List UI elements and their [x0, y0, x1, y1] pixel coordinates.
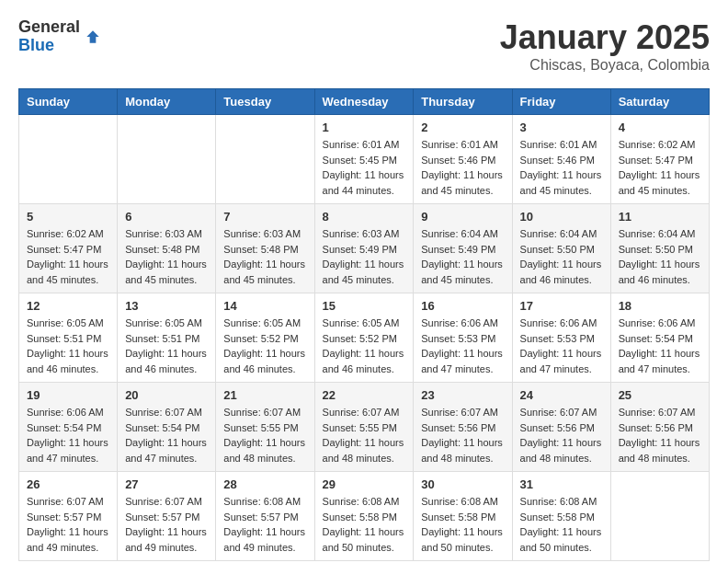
calendar-cell: 27Sunrise: 6:07 AMSunset: 5:57 PMDayligh… [118, 472, 216, 561]
day-number: 2 [421, 121, 504, 134]
calendar-cell [216, 115, 314, 204]
day-info: Sunrise: 6:04 AMSunset: 5:50 PMDaylight:… [520, 226, 603, 287]
calendar-cell: 20Sunrise: 6:07 AMSunset: 5:54 PMDayligh… [118, 383, 216, 472]
day-number: 1 [323, 121, 406, 134]
calendar-cell: 13Sunrise: 6:05 AMSunset: 5:51 PMDayligh… [118, 293, 216, 383]
day-number: 27 [125, 477, 208, 491]
calendar-cell [118, 115, 216, 204]
location: Chiscas, Boyaca, Colombia [500, 57, 710, 74]
day-header-sunday: Sunday [19, 89, 118, 115]
calendar-cell: 19Sunrise: 6:06 AMSunset: 5:54 PMDayligh… [19, 383, 118, 472]
day-number: 10 [520, 210, 603, 224]
day-info: Sunrise: 6:05 AMSunset: 5:51 PMDaylight:… [125, 316, 208, 376]
day-info: Sunrise: 6:07 AMSunset: 5:56 PMDaylight:… [520, 405, 603, 465]
calendar-cell: 10Sunrise: 6:04 AMSunset: 5:50 PMDayligh… [512, 204, 610, 293]
day-info: Sunrise: 6:06 AMSunset: 5:53 PMDaylight:… [421, 316, 504, 376]
calendar-cell: 21Sunrise: 6:07 AMSunset: 5:55 PMDayligh… [216, 383, 314, 472]
day-number: 23 [421, 388, 504, 402]
day-number: 17 [520, 299, 603, 313]
day-info: Sunrise: 6:03 AMSunset: 5:48 PMDaylight:… [125, 226, 208, 287]
day-info: Sunrise: 6:08 AMSunset: 5:57 PMDaylight:… [223, 494, 306, 555]
day-header-tuesday: Tuesday [216, 89, 314, 115]
day-info: Sunrise: 6:06 AMSunset: 5:54 PMDaylight:… [27, 405, 109, 465]
logo-icon [84, 28, 102, 46]
day-info: Sunrise: 6:02 AMSunset: 5:47 PMDaylight:… [619, 137, 701, 198]
day-number: 8 [323, 210, 406, 224]
day-number: 12 [27, 299, 109, 313]
day-info: Sunrise: 6:06 AMSunset: 5:54 PMDaylight:… [619, 316, 701, 376]
day-header-monday: Monday [118, 89, 216, 115]
calendar-cell: 31Sunrise: 6:08 AMSunset: 5:58 PMDayligh… [512, 472, 610, 561]
page-header: General Blue January 2025 Chiscas, Boyac… [18, 18, 710, 74]
calendar-cell: 22Sunrise: 6:07 AMSunset: 5:55 PMDayligh… [314, 383, 414, 472]
calendar-cell: 3Sunrise: 6:01 AMSunset: 5:46 PMDaylight… [512, 115, 610, 204]
day-number: 5 [27, 210, 109, 224]
day-info: Sunrise: 6:07 AMSunset: 5:57 PMDaylight:… [125, 494, 208, 555]
day-info: Sunrise: 6:07 AMSunset: 5:57 PMDaylight:… [27, 494, 109, 555]
calendar: SundayMondayTuesdayWednesdayThursdayFrid… [18, 88, 710, 561]
calendar-cell: 4Sunrise: 6:02 AMSunset: 5:47 PMDaylight… [610, 115, 709, 204]
day-number: 22 [323, 388, 406, 402]
day-number: 14 [223, 299, 306, 313]
day-number: 16 [421, 299, 504, 313]
calendar-cell: 1Sunrise: 6:01 AMSunset: 5:45 PMDaylight… [314, 115, 414, 204]
day-number: 20 [125, 388, 208, 402]
logo-blue: Blue [18, 37, 80, 55]
calendar-cell: 28Sunrise: 6:08 AMSunset: 5:57 PMDayligh… [216, 472, 314, 561]
day-info: Sunrise: 6:04 AMSunset: 5:50 PMDaylight:… [619, 226, 701, 287]
calendar-body: 1Sunrise: 6:01 AMSunset: 5:45 PMDaylight… [19, 115, 710, 561]
calendar-cell: 23Sunrise: 6:07 AMSunset: 5:56 PMDayligh… [414, 383, 512, 472]
day-info: Sunrise: 6:03 AMSunset: 5:48 PMDaylight:… [223, 226, 306, 287]
day-header-wednesday: Wednesday [314, 89, 414, 115]
day-info: Sunrise: 6:07 AMSunset: 5:55 PMDaylight:… [223, 405, 306, 465]
day-number: 15 [323, 299, 406, 313]
logo-general: General [18, 18, 80, 37]
calendar-cell: 16Sunrise: 6:06 AMSunset: 5:53 PMDayligh… [414, 293, 512, 383]
calendar-cell [610, 472, 709, 561]
logo: General Blue [18, 18, 102, 55]
calendar-cell: 11Sunrise: 6:04 AMSunset: 5:50 PMDayligh… [610, 204, 709, 293]
day-info: Sunrise: 6:03 AMSunset: 5:49 PMDaylight:… [323, 226, 406, 287]
day-info: Sunrise: 6:08 AMSunset: 5:58 PMDaylight:… [323, 494, 406, 555]
calendar-cell: 7Sunrise: 6:03 AMSunset: 5:48 PMDaylight… [216, 204, 314, 293]
calendar-cell: 12Sunrise: 6:05 AMSunset: 5:51 PMDayligh… [19, 293, 118, 383]
day-number: 31 [520, 477, 603, 491]
day-info: Sunrise: 6:02 AMSunset: 5:47 PMDaylight:… [27, 226, 109, 287]
day-info: Sunrise: 6:06 AMSunset: 5:53 PMDaylight:… [520, 316, 603, 376]
day-header-saturday: Saturday [610, 89, 709, 115]
day-info: Sunrise: 6:07 AMSunset: 5:56 PMDaylight:… [619, 405, 701, 465]
day-info: Sunrise: 6:07 AMSunset: 5:54 PMDaylight:… [125, 405, 208, 465]
day-number: 7 [223, 210, 306, 224]
day-header-friday: Friday [512, 89, 610, 115]
calendar-cell: 6Sunrise: 6:03 AMSunset: 5:48 PMDaylight… [118, 204, 216, 293]
day-header-thursday: Thursday [414, 89, 512, 115]
day-number: 13 [125, 299, 208, 313]
day-number: 26 [27, 477, 109, 491]
calendar-cell: 30Sunrise: 6:08 AMSunset: 5:58 PMDayligh… [414, 472, 512, 561]
day-number: 18 [619, 299, 701, 313]
day-info: Sunrise: 6:08 AMSunset: 5:58 PMDaylight:… [520, 494, 603, 555]
day-info: Sunrise: 6:01 AMSunset: 5:46 PMDaylight:… [520, 137, 603, 198]
day-number: 21 [223, 388, 306, 402]
day-number: 24 [520, 388, 603, 402]
day-number: 29 [323, 477, 406, 491]
calendar-cell: 18Sunrise: 6:06 AMSunset: 5:54 PMDayligh… [610, 293, 709, 383]
calendar-cell: 15Sunrise: 6:05 AMSunset: 5:52 PMDayligh… [314, 293, 414, 383]
calendar-cell: 8Sunrise: 6:03 AMSunset: 5:49 PMDaylight… [314, 204, 414, 293]
calendar-cell: 25Sunrise: 6:07 AMSunset: 5:56 PMDayligh… [610, 383, 709, 472]
day-number: 11 [619, 210, 701, 224]
calendar-week-5: 26Sunrise: 6:07 AMSunset: 5:57 PMDayligh… [19, 472, 710, 561]
day-info: Sunrise: 6:05 AMSunset: 5:52 PMDaylight:… [323, 316, 406, 376]
calendar-cell: 24Sunrise: 6:07 AMSunset: 5:56 PMDayligh… [512, 383, 610, 472]
calendar-cell [19, 115, 118, 204]
day-info: Sunrise: 6:01 AMSunset: 5:46 PMDaylight:… [421, 137, 504, 198]
day-info: Sunrise: 6:07 AMSunset: 5:56 PMDaylight:… [421, 405, 504, 465]
day-number: 19 [27, 388, 109, 402]
calendar-week-4: 19Sunrise: 6:06 AMSunset: 5:54 PMDayligh… [19, 383, 710, 472]
day-info: Sunrise: 6:01 AMSunset: 5:45 PMDaylight:… [323, 137, 406, 198]
calendar-week-3: 12Sunrise: 6:05 AMSunset: 5:51 PMDayligh… [19, 293, 710, 383]
calendar-cell: 9Sunrise: 6:04 AMSunset: 5:49 PMDaylight… [414, 204, 512, 293]
day-number: 6 [125, 210, 208, 224]
title-area: January 2025 Chiscas, Boyaca, Colombia [500, 18, 710, 74]
calendar-cell: 2Sunrise: 6:01 AMSunset: 5:46 PMDaylight… [414, 115, 512, 204]
